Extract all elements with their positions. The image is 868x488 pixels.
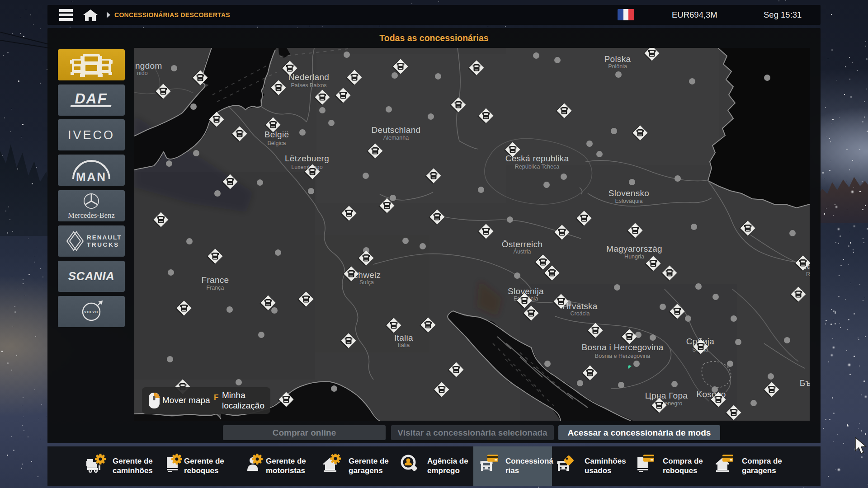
svg-text:Nederland: Nederland: [288, 72, 329, 82]
svg-text:Áustria: Áustria: [514, 248, 531, 255]
svg-text:Bósnia e Herzegovina: Bósnia e Herzegovina: [595, 353, 650, 359]
svg-text:Bélgica: Bélgica: [268, 140, 286, 146]
svg-text:Deutschland: Deutschland: [372, 125, 421, 135]
svg-text:Romênia: Romênia: [806, 271, 810, 277]
svg-text:República Tcheca: República Tcheca: [515, 164, 559, 170]
svg-text:Österreich: Österreich: [502, 239, 543, 249]
svg-text:Países Baixos: Países Baixos: [291, 82, 326, 89]
svg-text:France: France: [202, 275, 229, 285]
svg-text:IVECO: IVECO: [68, 128, 115, 142]
svg-text:Ceská republika: Ceská republika: [505, 154, 569, 163]
svg-text:VOLVO: VOLVO: [84, 310, 98, 314]
svg-text:Hungria: Hungria: [624, 253, 644, 260]
svg-text:Suíça: Suíça: [359, 279, 374, 286]
svg-text:TRUCKS: TRUCKS: [87, 241, 119, 248]
svg-text:Hrvatska: Hrvatska: [562, 301, 597, 311]
svg-text:Mercedes-Benz: Mercedes-Benz: [68, 211, 115, 220]
svg-text:MAN: MAN: [76, 170, 107, 183]
svg-text:Croácia: Croácia: [570, 310, 590, 317]
svg-text:Lëtzebuerg: Lëtzebuerg: [285, 154, 329, 163]
svg-text:България: България: [800, 378, 810, 388]
svg-text:Црна Гора: Црна Гора: [645, 391, 688, 400]
svg-text:ngdom: ngdom: [135, 61, 162, 70]
svg-text:Polônia: Polônia: [608, 63, 627, 70]
svg-text:Eslováquia: Eslováquia: [615, 198, 642, 204]
svg-text:Italia: Italia: [394, 333, 413, 343]
svg-text:Alemanha: Alemanha: [383, 135, 409, 141]
svg-text:Magyarország: Magyarország: [606, 244, 662, 253]
svg-text:DAF: DAF: [74, 90, 109, 107]
svg-text:SCANIA: SCANIA: [68, 269, 115, 283]
svg-text:nido: nido: [137, 70, 148, 76]
svg-text:België: België: [264, 130, 289, 139]
svg-text:França: França: [207, 285, 224, 291]
svg-text:Slovensko: Slovensko: [609, 188, 649, 198]
svg-text:Itália: Itália: [398, 342, 410, 348]
svg-text:Bosna i Hercegovina: Bosna i Hercegovina: [581, 343, 663, 352]
svg-text:RENAULT: RENAULT: [87, 234, 122, 241]
svg-text:Polska: Polska: [604, 54, 631, 64]
